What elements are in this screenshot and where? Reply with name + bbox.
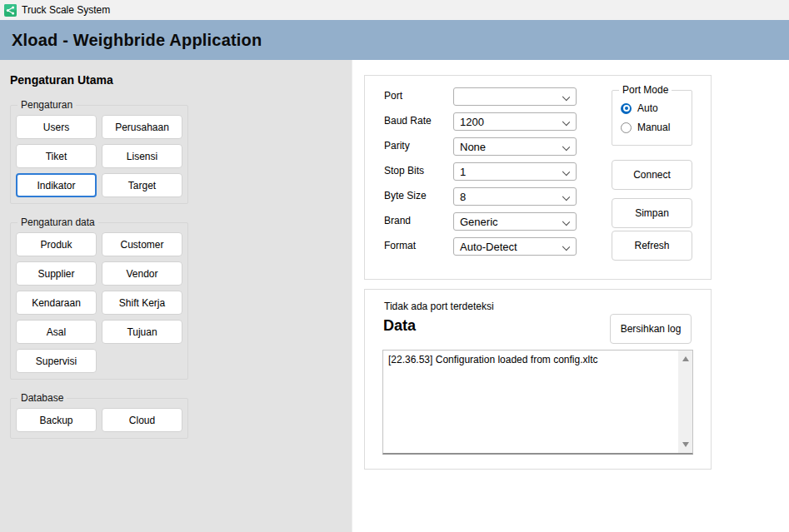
port-mode-manual-option[interactable]: Manual <box>621 122 692 133</box>
sidebar-button-indikator[interactable]: Indikator <box>16 173 97 197</box>
simpan-button[interactable]: Simpan <box>612 198 692 228</box>
brand-label: Brand <box>384 215 411 226</box>
sidebar-button-users[interactable]: Users <box>16 115 97 139</box>
port-mode-label: Port Mode <box>619 84 672 96</box>
connect-button[interactable]: Connect <box>612 160 692 190</box>
group-pengaturan-data-label: Pengaturan data <box>17 216 98 228</box>
scroll-up-icon[interactable] <box>682 356 689 361</box>
format-label: Format <box>384 240 416 251</box>
chevron-down-icon <box>562 193 570 201</box>
stop-bits-label: Stop Bits <box>384 165 424 177</box>
sidebar-button-asal[interactable]: Asal <box>16 320 97 344</box>
baud-rate-select[interactable]: 1200 <box>453 112 577 131</box>
format-select[interactable]: Auto-Detect <box>453 237 577 256</box>
app-header-title: Xload - Weighbride Application <box>0 31 262 50</box>
sidebar-button-perusahaan[interactable]: Perusahaan <box>102 115 182 139</box>
sidebar-button-shift-kerja[interactable]: Shift Kerja <box>102 291 182 315</box>
baud-rate-label: Baud Rate <box>384 115 432 127</box>
group-pengaturan-label: Pengaturan <box>17 99 76 111</box>
port-mode-auto-label: Auto <box>637 102 658 114</box>
chevron-down-icon <box>562 118 570 126</box>
group-pengaturan: Pengaturan Users Perusahaan Tiket Lisens… <box>10 105 188 204</box>
clear-log-button[interactable]: Bersihkan log <box>610 314 692 344</box>
sidebar-button-backup[interactable]: Backup <box>16 408 97 432</box>
sidebar-heading: Pengaturan Utama <box>10 73 352 87</box>
refresh-button[interactable]: Refresh <box>612 231 692 261</box>
group-database: Database Backup Cloud <box>10 398 188 439</box>
chevron-down-icon <box>562 243 570 251</box>
group-pengaturan-buttons: Users Perusahaan Tiket Lisensi Indikator… <box>16 115 182 197</box>
group-pengaturan-data: Pengaturan data Produk Customer Supplier… <box>10 222 188 380</box>
stop-bits-select[interactable]: 1 <box>453 162 577 181</box>
port-mode-manual-label: Manual <box>637 122 670 133</box>
group-database-label: Database <box>17 392 67 404</box>
app-header: Xload - Weighbride Application <box>0 20 789 60</box>
chevron-down-icon <box>562 93 570 101</box>
log-scrollbar[interactable] <box>678 351 692 453</box>
application-window: Truck Scale System Xload - Weighbride Ap… <box>0 0 789 532</box>
chevron-down-icon <box>562 218 570 226</box>
log-textbox[interactable]: [22.36.53] Configuration loaded from con… <box>382 350 693 455</box>
sidebar-button-tiket[interactable]: Tiket <box>16 144 97 168</box>
sidebar-button-lisensi[interactable]: Lisensi <box>102 144 182 168</box>
data-panel: Tidak ada port terdeteksi Data Bersihkan… <box>364 289 712 470</box>
app-icon <box>4 4 17 17</box>
parity-value: None <box>460 141 486 153</box>
sidebar-button-supervisi[interactable]: Supervisi <box>16 349 97 373</box>
byte-size-label: Byte Size <box>384 190 427 201</box>
sidebar-button-target[interactable]: Target <box>102 173 182 197</box>
sidebar-button-produk[interactable]: Produk <box>16 232 97 256</box>
port-label: Port <box>384 90 402 102</box>
sidebar-button-supplier[interactable]: Supplier <box>16 261 97 286</box>
data-panel-title: Data <box>383 317 416 335</box>
port-mode-auto-option[interactable]: Auto <box>621 102 692 114</box>
log-line: [22.36.53] Configuration loaded from con… <box>388 354 673 365</box>
group-pengaturan-data-buttons: Produk Customer Supplier Vendor Kendaraa… <box>16 232 182 373</box>
radio-unchecked-icon[interactable] <box>621 122 632 133</box>
parity-label: Parity <box>384 140 410 152</box>
brand-value: Generic <box>460 216 498 228</box>
chevron-down-icon <box>562 143 570 151</box>
connection-panel: Port Baud Rate 1200 Parity None Stop Bit… <box>364 75 712 280</box>
radio-checked-icon[interactable] <box>621 103 632 114</box>
window-title: Truck Scale System <box>22 4 110 16</box>
sidebar: Pengaturan Utama Pengaturan Users Perusa… <box>0 60 352 532</box>
port-select[interactable] <box>453 87 577 106</box>
sidebar-button-vendor[interactable]: Vendor <box>102 261 182 286</box>
stop-bits-value: 1 <box>460 166 466 178</box>
format-value: Auto-Detect <box>460 241 517 253</box>
titlebar: Truck Scale System <box>0 0 789 20</box>
port-mode-group: Port Mode Auto Manual <box>612 90 692 146</box>
parity-select[interactable]: None <box>453 137 577 156</box>
log-content: [22.36.53] Configuration loaded from con… <box>383 351 678 453</box>
sidebar-button-tujuan[interactable]: Tujuan <box>102 320 182 344</box>
byte-size-value: 8 <box>460 191 466 203</box>
group-database-buttons: Backup Cloud <box>16 408 182 432</box>
brand-select[interactable]: Generic <box>453 212 577 231</box>
baud-rate-value: 1200 <box>460 116 484 128</box>
content-area: Pengaturan Utama Pengaturan Users Perusa… <box>0 60 789 532</box>
sidebar-button-cloud[interactable]: Cloud <box>102 408 182 432</box>
byte-size-select[interactable]: 8 <box>453 187 577 206</box>
scroll-down-icon[interactable] <box>682 442 689 447</box>
chevron-down-icon <box>562 168 570 176</box>
sidebar-button-kendaraan[interactable]: Kendaraan <box>16 291 97 315</box>
sidebar-button-customer[interactable]: Customer <box>102 232 182 256</box>
port-status-text: Tidak ada port terdeteksi <box>384 301 494 312</box>
